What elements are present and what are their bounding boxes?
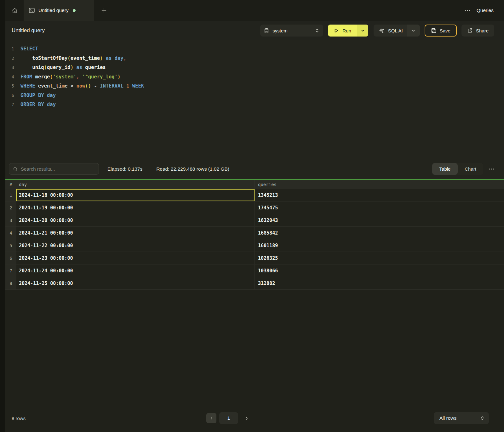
new-tab-button[interactable] (94, 0, 114, 21)
run-options-button[interactable] (357, 25, 368, 37)
sql-ai-button[interactable]: SQL AI (374, 25, 407, 37)
tab-untitled-query[interactable]: Untitled query (24, 0, 94, 21)
table-header: # day queries (5, 180, 504, 189)
row-index: 2 (5, 202, 16, 214)
home-icon (11, 7, 18, 14)
page-size-selector[interactable]: All rows (434, 412, 489, 424)
run-button[interactable]: Run (328, 25, 357, 37)
table-row[interactable]: 12024-11-18 00:00:001345213 (5, 189, 504, 202)
page-size-value: All rows (439, 415, 456, 421)
query-title: Untitled query (12, 27, 45, 34)
results-rows: 12024-11-18 00:00:00134521322024-11-19 0… (5, 189, 504, 290)
code-line[interactable]: 6GROUP BY day (5, 91, 504, 100)
results-ellipsis-icon[interactable] (489, 168, 494, 170)
code-line[interactable]: 5WHERE event_time > now() - INTERVAL 1 W… (5, 82, 504, 91)
table-row[interactable]: 32024-11-20 00:00:001632043 (5, 214, 504, 227)
line-number: 6 (5, 91, 14, 100)
cell-queries[interactable]: 1632043 (255, 214, 504, 226)
cell-queries[interactable]: 1345213 (255, 189, 504, 201)
read-stat: Read: 22,229,488 rows (1.02 GB) (156, 166, 229, 172)
line-number: 3 (5, 63, 14, 72)
tab-bar: Untitled query Queries (5, 0, 504, 21)
play-icon (333, 28, 339, 33)
line-number: 5 (5, 82, 14, 91)
previous-page-button[interactable] (206, 413, 216, 423)
row-index: 3 (5, 214, 16, 226)
next-page-button[interactable] (242, 413, 251, 423)
cell-day[interactable]: 2024-11-20 00:00:00 (16, 214, 255, 226)
row-index: 7 (5, 264, 16, 277)
line-number: 7 (5, 100, 14, 110)
pagination: 1 (206, 412, 251, 424)
sql-editor[interactable]: 1SELECT2 toStartOfDay(event_time) as day… (5, 40, 504, 159)
cell-day[interactable]: 2024-11-22 00:00:00 (16, 239, 255, 252)
search-input[interactable] (21, 166, 95, 172)
tab-table-view[interactable]: Table (432, 163, 458, 175)
tab-chart-view[interactable]: Chart (458, 163, 483, 175)
results-footer: 8 rows 1 All rows (5, 404, 504, 432)
tabbar-ellipsis-icon[interactable] (465, 9, 470, 11)
row-index: 1 (5, 189, 16, 201)
table-row[interactable]: 82024-11-25 00:00:00312882 (5, 277, 504, 290)
sql-ai-button-group: SQL AI (374, 25, 420, 37)
code-text: SELECT (14, 44, 38, 54)
cell-day[interactable]: 2024-11-18 00:00:00 (16, 189, 255, 201)
cell-queries[interactable]: 312882 (255, 277, 504, 289)
table-row[interactable]: 52024-11-22 00:00:001601189 (5, 239, 504, 252)
header-actions: system Run (260, 25, 494, 37)
cell-day[interactable]: 2024-11-23 00:00:00 (16, 252, 255, 264)
share-label: Share (476, 28, 489, 33)
home-button[interactable] (5, 0, 24, 21)
cell-queries[interactable]: 1026325 (255, 252, 504, 264)
code-line[interactable]: 2 toStartOfDay(event_time) as day, (5, 54, 504, 63)
row-index: 8 (5, 277, 16, 289)
table-row[interactable]: 22024-11-19 00:00:001745475 (5, 202, 504, 214)
code-line[interactable]: 3 uniq(query_id) as queries (5, 63, 504, 72)
indent-guide (22, 55, 22, 72)
external-link-icon (467, 28, 473, 33)
cell-queries[interactable]: 1685842 (255, 227, 504, 239)
cell-day[interactable]: 2024-11-19 00:00:00 (16, 202, 255, 214)
column-header-queries[interactable]: queries (255, 180, 504, 189)
unsaved-dot (73, 9, 76, 12)
row-index: 5 (5, 239, 16, 252)
sparkles-icon (379, 28, 385, 34)
cell-day[interactable]: 2024-11-24 00:00:00 (16, 264, 255, 277)
code-text: WHERE event_time > now() - INTERVAL 1 WE… (14, 82, 144, 91)
column-header-index: # (5, 182, 16, 187)
table-row[interactable]: 72024-11-24 00:00:001038066 (5, 264, 504, 277)
tabbar-right: Queries (459, 0, 504, 21)
code-line[interactable]: 4FROM merge('system', '^query_log') (5, 72, 504, 82)
save-button[interactable]: Save (425, 25, 457, 37)
database-value: system (272, 28, 288, 33)
sql-ai-label: SQL AI (388, 28, 403, 33)
cell-queries[interactable]: 1038066 (255, 264, 504, 277)
query-header: Untitled query system (5, 21, 504, 40)
elapsed-stat: Elapsed: 0.137s (107, 166, 142, 172)
search-box[interactable] (9, 163, 99, 175)
database-icon (264, 28, 269, 33)
code-text: GROUP BY day (14, 91, 56, 100)
results-toolbar: Elapsed: 0.137s Read: 22,229,488 rows (1… (5, 159, 504, 179)
cell-queries[interactable]: 1745475 (255, 202, 504, 214)
queries-link[interactable]: Queries (477, 8, 494, 13)
cell-queries[interactable]: 1601189 (255, 239, 504, 252)
code-lines: 1SELECT2 toStartOfDay(event_time) as day… (5, 44, 504, 110)
database-selector[interactable]: system (260, 25, 323, 37)
updown-icon (480, 416, 484, 421)
page-number-button[interactable]: 1 (219, 412, 238, 424)
share-button[interactable]: Share (461, 25, 494, 37)
cell-day[interactable]: 2024-11-21 00:00:00 (16, 227, 255, 239)
column-header-day[interactable]: day (16, 182, 255, 187)
main-panel: Untitled query Queries Untitled query (5, 0, 504, 432)
code-line[interactable]: 1SELECT (5, 44, 504, 54)
table-row[interactable]: 42024-11-21 00:00:001685842 (5, 227, 504, 239)
table-row[interactable]: 62024-11-23 00:00:001026325 (5, 252, 504, 264)
updown-icon (315, 28, 319, 33)
line-number: 4 (5, 72, 14, 82)
code-text: uniq(query_id) as queries (14, 63, 106, 72)
cell-day[interactable]: 2024-11-25 00:00:00 (16, 277, 255, 289)
code-line[interactable]: 7ORDER BY day (5, 100, 504, 110)
sql-ai-options-button[interactable] (407, 25, 420, 37)
table-empty-area (5, 290, 504, 404)
